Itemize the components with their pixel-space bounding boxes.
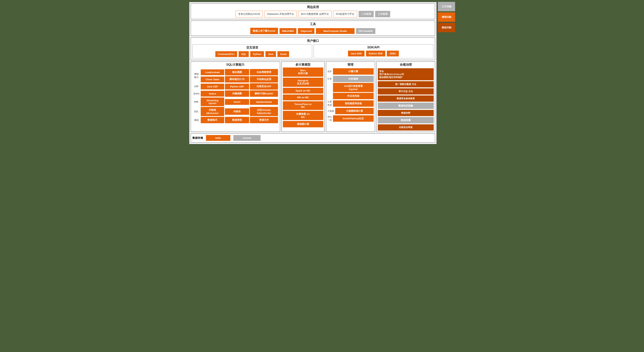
btn-partition-cluster[interactable]: 分区/ClusterTable/Zorder — [250, 107, 278, 116]
btn-task-schedule[interactable]: 任务调度 — [333, 76, 374, 82]
label-cost: 成本 — [327, 70, 332, 73]
btn-inside-hadoop[interactable]: InsideHadoop生态 — [333, 115, 374, 122]
btn-mr-mc[interactable]: MR on MC — [283, 94, 323, 100]
peripheral-section: 周边应用 专有云控制台ASCM Dataworks 开发治理平台 BCC大数据管… — [190, 4, 435, 19]
btn-dw-dataide[interactable]: DW DataIDE — [356, 28, 375, 34]
btn-job-priority[interactable]: 作业优先级 — [333, 93, 374, 99]
peripheral-buttons: 专有云控制台ASCM Dataworks 开发治理平台 BCC大数据管家 运维平… — [192, 11, 433, 18]
ui-inner: 交互语言 Command/CLI SQL Python Java Scala S… — [192, 44, 433, 58]
btn-java[interactable]: Java — [266, 51, 276, 57]
tools-section: 工具 数据上传下载Tunnel MMA/HBR Odpscmd MaxCompu… — [190, 20, 435, 36]
btn-builtin-func[interactable]: 内建函数 — [225, 90, 249, 97]
btn-metadata[interactable]: 统一智能元数据 元仓 — [378, 81, 434, 88]
btn-lifecycle[interactable]: 生命周期管理 — [250, 69, 278, 76]
sdk-buttons: Java SDK Python SDK JDBC — [315, 51, 432, 56]
lang-title: 交互语言 — [194, 46, 311, 50]
label-basic: 基础 — [193, 117, 200, 123]
btn-pai[interactable]: PAI机器学习平台 — [333, 11, 357, 18]
btn-third-party[interactable]: 三方应用 — [375, 11, 390, 17]
compliance-title: 合规治理 — [378, 63, 434, 67]
legend-basic[interactable]: 基础功能 — [438, 23, 455, 32]
compliance-section: 合规治理 安全用户/角色/ACL/Policy/列级别授权/项目空间保护 统一智… — [376, 61, 435, 132]
btn-tensorflow-mc[interactable]: TensorFlow onMC — [283, 101, 323, 110]
btn-sql[interactable]: SQL — [238, 51, 249, 57]
table-row: DDL 外部表&Extractor 内部表 分区/ClusterTable/Zo… — [193, 107, 278, 116]
btn-internal-table[interactable]: 内部表 — [225, 108, 249, 115]
btn-second-party[interactable]: 二方应用 — [359, 11, 374, 17]
btn-script-mode[interactable]: 脚本模式/CTE — [225, 76, 249, 82]
btn-jdbc[interactable]: JDBC — [387, 51, 399, 56]
btn-maxcompute-studio[interactable]: MaxCompute Studio — [316, 28, 354, 34]
btn-data-format[interactable]: 数据格式 — [201, 117, 224, 123]
btn-bcc[interactable]: BCC大数据管家 运维平台 — [298, 11, 332, 18]
btn-high-perf-query[interactable]: 高性能查询加速 — [333, 100, 374, 107]
storage-label: 数据存储 — [192, 136, 203, 140]
legend-enhanced[interactable]: 增强功能 — [438, 12, 455, 22]
btn-data-type[interactable]: 数据类型 — [225, 117, 249, 123]
management-title: 管理 — [327, 63, 374, 67]
task-items: 任务调度 Job运行信息查看logview 作业优先级 — [333, 76, 374, 99]
compute-section: 多计算模型 Mars科学计算 Hologres交互式分析 Spark on MC… — [282, 61, 325, 132]
ui-sdk-box: SDK/API Java SDK Python SDK JDBC — [314, 44, 433, 58]
label-ddl: DDL — [193, 107, 200, 116]
btn-python-udf[interactable]: Python UDF — [225, 84, 249, 90]
btn-content-audit[interactable]: 内容安全审查 — [378, 124, 434, 130]
btn-external-table[interactable]: 外部表&Extractor — [201, 107, 224, 116]
user-interface-section: 用户接口 交互语言 Command/CLI SQL Python Java Sc… — [190, 37, 435, 60]
label-engine: 引擎资源 — [327, 100, 332, 107]
btn-spark-mc[interactable]: Spark on MC — [283, 88, 323, 94]
btn-audit-log[interactable]: 审计日志 元仓 — [378, 88, 434, 94]
btn-insert[interactable]: Insert — [225, 99, 249, 105]
btn-content-udf[interactable]: 内容安全UDF — [250, 83, 278, 90]
compute-title: 多计算模型 — [283, 63, 323, 67]
btn-scala[interactable]: Scala — [278, 51, 289, 57]
sql-section: SQL计算能力 增强能力 Load/unload 物化视图 生命周期管理 Clo… — [190, 61, 280, 132]
btn-semi-struct[interactable]: 半结构化处理 — [250, 76, 278, 82]
btn-table[interactable]: table — [206, 135, 230, 141]
btn-odpscmd[interactable]: Odpscmd — [298, 28, 314, 34]
btn-select[interactable]: Select — [201, 91, 224, 96]
sql-table: 增强能力 Load/unload 物化视图 生命周期管理 Clone Table… — [192, 68, 279, 124]
lang-buttons: Command/CLI SQL Python Java Scala — [194, 51, 311, 57]
mgmt-lakehouse-row: 湖仓一体 InsideHadoop生态 — [327, 115, 374, 122]
btn-hologres[interactable]: Hologres交互式分析 — [283, 78, 323, 87]
btn-materialized-view[interactable]: 物化视图 — [225, 69, 249, 76]
btn-streaming-upsert[interactable]: StreamingUpsert — [201, 98, 224, 106]
btn-security[interactable]: 安全用户/角色/ACL/Policy/列级别授权/项目空间保护 — [378, 68, 434, 80]
btn-update-delete[interactable]: Update/delete — [250, 99, 278, 105]
peripheral-title: 周边应用 — [192, 5, 433, 9]
btn-ascm[interactable]: 专有云控制台ASCM — [236, 11, 263, 18]
btn-java-udf[interactable]: Java UDF — [201, 84, 224, 90]
mgmt-cost-row: 成本 计量计费 — [327, 68, 374, 75]
btn-data-encrypt[interactable]: 数据加密 — [378, 110, 434, 116]
btn-python[interactable]: Python — [250, 51, 264, 57]
btn-cli[interactable]: Command/CLI — [215, 51, 237, 57]
label-enhanced: 增强能力 — [193, 69, 200, 82]
btn-explain[interactable]: 解析计划Explain — [250, 90, 278, 97]
btn-java-sdk[interactable]: Java SDK — [348, 51, 364, 56]
btn-logview[interactable]: Job运行信息查看logview — [333, 83, 374, 92]
label-dml: DML — [193, 98, 200, 106]
btn-data-desensitize[interactable]: 数据动态脱敏 — [378, 102, 434, 109]
btn-data-quality[interactable]: 数据质量 — [378, 117, 434, 124]
btn-volume[interactable]: volume — [233, 135, 261, 141]
btn-mars[interactable]: Mars科学计算 — [283, 68, 323, 77]
table-row: UDF Java UDF Python UDF 内容安全UDF — [193, 83, 278, 90]
btn-graph-compute[interactable]: 离线图计算 — [283, 121, 323, 127]
btn-load-unload[interactable]: Load/unload — [201, 70, 224, 75]
compliance-items: 安全用户/角色/ACL/Policy/列级别授权/项目空间保护 统一智能元数据 … — [378, 68, 434, 130]
legend-third-party[interactable]: 三方功能 — [438, 2, 455, 11]
btn-metering[interactable]: 计量计费 — [333, 68, 374, 75]
btn-python-sdk[interactable]: Python SDK — [366, 51, 385, 56]
label-large-scale: 大规模 — [327, 110, 334, 113]
btn-data-backup[interactable]: 数据安全备份恢复 — [378, 96, 434, 102]
table-row: 增强能力 Load/unload 物化视图 生命周期管理 — [193, 69, 278, 76]
btn-vector-mc[interactable]: 向量检索 onMC — [283, 111, 323, 120]
btn-tunnel[interactable]: 数据上传下载Tunnel — [250, 28, 278, 34]
tools-title: 工具 — [192, 22, 433, 26]
btn-clone-table[interactable]: Clone Table — [201, 76, 224, 82]
btn-mma[interactable]: MMA/HBR — [280, 28, 296, 34]
btn-cross-domain[interactable]: 大规模跨域计算 — [335, 108, 374, 114]
btn-dataworks[interactable]: Dataworks 开发治理平台 — [264, 11, 297, 18]
btn-resource-file[interactable]: 资源文件 — [250, 117, 278, 123]
